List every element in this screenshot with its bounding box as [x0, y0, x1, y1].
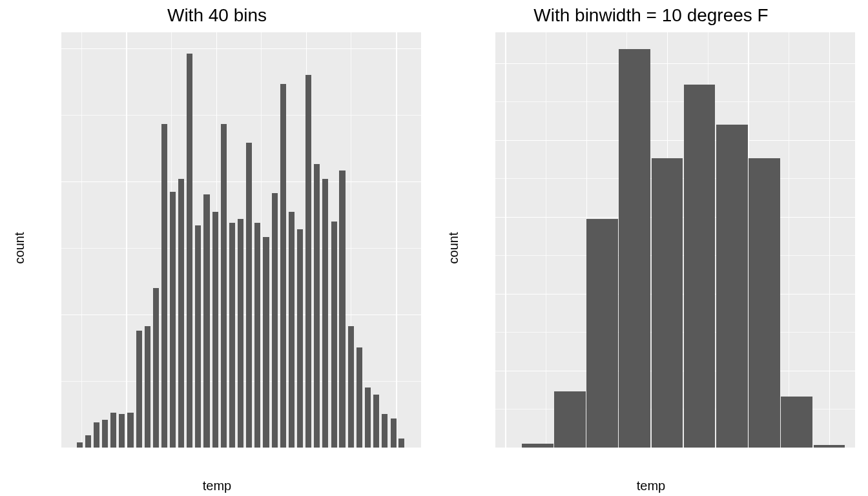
histogram-bar — [781, 397, 812, 448]
histogram-bar — [322, 179, 328, 448]
histogram-bar — [652, 158, 683, 448]
histogram-bar — [391, 418, 397, 448]
histogram-bar — [289, 212, 294, 448]
panel-left-xlabel: temp — [0, 479, 434, 493]
panel-left-title: With 40 bins — [0, 5, 434, 26]
figure: With 40 bins count 050010001500255075100… — [0, 0, 868, 496]
panel-left-plot-area: 050010001500255075100 — [61, 32, 421, 448]
gridline-v-major — [126, 32, 127, 448]
panel-right: With binwidth = 10 degrees F count 01000… — [434, 0, 868, 496]
gridline-v-minor — [81, 32, 82, 448]
histogram-bar — [814, 445, 845, 448]
histogram-bar — [94, 422, 99, 448]
histogram-bar — [272, 193, 278, 448]
histogram-bar — [297, 229, 303, 448]
histogram-bar — [212, 212, 218, 448]
gridline-h-minor — [495, 101, 855, 102]
histogram-bar — [263, 237, 269, 448]
histogram-bar — [203, 194, 209, 448]
gridline-v-major — [396, 32, 397, 448]
histogram-bar — [221, 124, 227, 448]
histogram-bar — [170, 192, 176, 448]
histogram-bar — [153, 288, 159, 448]
histogram-bar — [586, 219, 618, 448]
gridline-h-major — [495, 63, 855, 65]
histogram-bar — [305, 75, 311, 448]
histogram-bar — [716, 125, 748, 448]
gridline-v-major — [829, 32, 831, 448]
histogram-bar — [127, 413, 133, 448]
histogram-bar — [238, 219, 243, 448]
histogram-bar — [254, 223, 260, 448]
histogram-bar — [110, 413, 116, 448]
panel-right-ylabel: count — [446, 232, 461, 264]
histogram-bar — [522, 444, 553, 448]
histogram-bar — [314, 164, 320, 448]
histogram-bar — [554, 391, 586, 448]
histogram-bar — [382, 414, 388, 448]
histogram-bar — [85, 435, 91, 448]
histogram-bar — [331, 222, 337, 448]
histogram-bar — [280, 84, 286, 448]
histogram-bar — [339, 170, 345, 448]
histogram-bar — [136, 331, 142, 448]
panel-right-title: With binwidth = 10 degrees F — [434, 5, 868, 26]
panel-left-ylabel: count — [12, 232, 27, 264]
histogram-bar — [145, 326, 150, 448]
histogram-bar — [178, 179, 184, 448]
histogram-bar — [373, 395, 379, 448]
gridline-v-minor — [789, 32, 789, 448]
histogram-bar — [246, 143, 252, 448]
histogram-bar — [187, 54, 192, 448]
histogram-bar — [684, 85, 716, 448]
histogram-bar — [619, 49, 650, 448]
histogram-bar — [749, 158, 780, 448]
panel-right-xlabel: temp — [434, 479, 868, 493]
panel-left: With 40 bins count 050010001500255075100… — [0, 0, 434, 496]
gridline-h-major — [61, 181, 421, 183]
histogram-bar — [77, 442, 83, 448]
gridline-h-major — [495, 140, 855, 141]
histogram-bar — [229, 223, 235, 448]
histogram-bar — [161, 124, 167, 448]
gridline-h-minor — [61, 115, 421, 116]
histogram-bar — [102, 420, 108, 448]
gridline-h-major — [61, 48, 421, 50]
gridline-v-minor — [546, 32, 546, 448]
gridline-v-minor — [261, 32, 262, 448]
gridline-v-major — [505, 32, 506, 448]
histogram-bar — [119, 414, 125, 448]
histogram-bar — [398, 439, 404, 448]
panel-right-plot-area: 0100020003000400050000255075100 — [495, 32, 855, 448]
histogram-bar — [365, 388, 371, 448]
histogram-bar — [356, 347, 362, 448]
histogram-bar — [348, 326, 354, 448]
histogram-bar — [195, 225, 201, 448]
